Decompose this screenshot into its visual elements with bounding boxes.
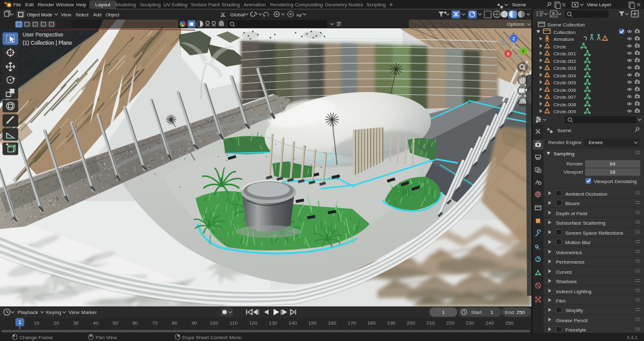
svg-text:220: 220 (446, 320, 455, 326)
svg-text:Circle.002: Circle.002 (553, 59, 577, 64)
svg-text:Marker: Marker (81, 310, 97, 315)
svg-text:230: 230 (466, 320, 475, 326)
svg-text:Eevee: Eevee (589, 140, 603, 145)
svg-text:Scene: Scene (557, 128, 572, 133)
svg-text:Add: Add (93, 12, 101, 18)
svg-text:View: View (61, 12, 72, 18)
svg-text:Depth of Field: Depth of Field (556, 211, 587, 216)
svg-text:Select: Select (75, 12, 89, 18)
svg-text:250: 250 (516, 310, 525, 315)
svg-text:Animation: Animation (243, 2, 266, 8)
svg-text:Start: Start (471, 310, 482, 315)
svg-text:Rendering: Rendering (270, 2, 294, 8)
svg-text:240: 240 (486, 320, 494, 326)
svg-text:Subsurface Scattering: Subsurface Scattering (556, 220, 606, 226)
svg-text:Film: Film (556, 298, 565, 304)
svg-text:200: 200 (407, 320, 416, 326)
svg-text:Render: Render (567, 161, 584, 167)
svg-text:Render: Render (38, 2, 55, 8)
svg-text:210: 210 (426, 320, 435, 326)
svg-text:Indirect Lighting: Indirect Lighting (556, 289, 591, 294)
svg-text:30: 30 (73, 320, 79, 326)
svg-text:Help: Help (76, 2, 87, 8)
svg-text:Circle.003: Circle.003 (553, 65, 577, 71)
svg-text:Armature: Armature (553, 36, 574, 42)
svg-text:Scene: Scene (512, 2, 526, 8)
svg-text:10: 10 (34, 320, 40, 326)
svg-text:UV Editing: UV Editing (164, 2, 187, 8)
svg-text:Geometry Nodes: Geometry Nodes (325, 2, 363, 8)
svg-text:View: View (69, 310, 79, 315)
svg-text:Ambient Occlusion: Ambient Occlusion (565, 191, 608, 197)
svg-text:3.4.1: 3.4.1 (626, 335, 638, 340)
svg-text:40: 40 (93, 320, 99, 326)
svg-text:Bloom: Bloom (565, 201, 580, 206)
svg-text:Freestyle: Freestyle (565, 327, 586, 333)
svg-text:Screen Space Reflections: Screen Space Reflections (565, 230, 623, 236)
svg-text:Viewport: Viewport (564, 169, 584, 175)
svg-text:Curves: Curves (556, 269, 572, 275)
svg-text:Circle.009: Circle.009 (553, 109, 577, 115)
svg-text:1: 1 (491, 310, 494, 315)
svg-text:Viewport Denoising: Viewport Denoising (594, 179, 637, 184)
svg-text:100: 100 (209, 320, 218, 326)
svg-text:50: 50 (113, 320, 118, 326)
svg-text:16: 16 (610, 169, 616, 175)
svg-text:Collection: Collection (553, 30, 575, 35)
svg-text:Options: Options (507, 21, 525, 27)
svg-text:X: X (507, 52, 510, 56)
svg-text:Window: Window (56, 2, 74, 8)
svg-text:End: End (505, 310, 514, 315)
svg-text:190: 190 (387, 320, 396, 326)
svg-text:60: 60 (132, 320, 138, 326)
svg-text:Render Engine: Render Engine (548, 140, 582, 145)
svg-text:150: 150 (308, 320, 317, 326)
svg-text:Motion Blur: Motion Blur (565, 240, 591, 245)
svg-text:Z: Z (513, 36, 516, 41)
svg-text:140: 140 (289, 320, 297, 326)
svg-text:80: 80 (172, 320, 177, 326)
svg-text:1: 1 (18, 319, 21, 325)
svg-text:Simplify: Simplify (565, 308, 583, 313)
svg-text:Circle.001: Circle.001 (553, 51, 577, 57)
svg-text:Edit: Edit (25, 2, 35, 8)
svg-text:1: 1 (442, 310, 445, 315)
svg-text:Layout: Layout (95, 2, 111, 8)
svg-text:90: 90 (191, 320, 197, 326)
svg-text:Texture Paint: Texture Paint (191, 2, 220, 8)
svg-text:Volumetrics: Volumetrics (556, 250, 582, 255)
svg-text:110: 110 (230, 320, 238, 326)
svg-text:Shading: Shading (221, 2, 240, 8)
svg-text:File: File (13, 2, 21, 8)
svg-text:(1) Collection | Plane: (1) Collection | Plane (23, 40, 72, 46)
svg-text:Scripting: Scripting (366, 2, 386, 8)
svg-text:Global: Global (230, 12, 245, 18)
svg-text:Object Mode: Object Mode (27, 12, 53, 18)
svg-text:+: + (389, 1, 393, 8)
svg-text:120: 120 (249, 320, 258, 326)
svg-text:250: 250 (505, 320, 514, 326)
svg-text:Keying: Keying (46, 310, 61, 315)
svg-text:Change Frame: Change Frame (19, 335, 53, 340)
svg-text:User Perspective: User Perspective (23, 31, 64, 38)
svg-text:Sculpting: Sculpting (140, 2, 161, 8)
svg-text:Circle.005: Circle.005 (553, 80, 577, 86)
svg-text:Circle.007: Circle.007 (553, 94, 577, 100)
svg-text:70: 70 (152, 320, 158, 326)
svg-text:Circle: Circle (553, 44, 567, 50)
svg-text:64: 64 (610, 161, 616, 167)
svg-text:20: 20 (53, 320, 59, 326)
svg-text:Scene Collection: Scene Collection (547, 22, 585, 28)
svg-text:Playback: Playback (18, 310, 38, 315)
svg-text:Shadows: Shadows (556, 279, 577, 284)
svg-text:Grease Pencil: Grease Pencil (556, 318, 587, 323)
svg-text:160: 160 (328, 320, 336, 326)
svg-text:170: 170 (348, 320, 357, 326)
svg-text:Circle.006: Circle.006 (553, 87, 577, 93)
svg-text:Object: Object (106, 12, 120, 18)
svg-text:Circle.008: Circle.008 (553, 102, 577, 108)
svg-text:Performance: Performance (556, 259, 585, 265)
svg-text:Y: Y (522, 49, 525, 53)
svg-text:Dope Sheet Context Menu: Dope Sheet Context Menu (182, 335, 242, 340)
svg-text:Modeling: Modeling (116, 2, 136, 8)
